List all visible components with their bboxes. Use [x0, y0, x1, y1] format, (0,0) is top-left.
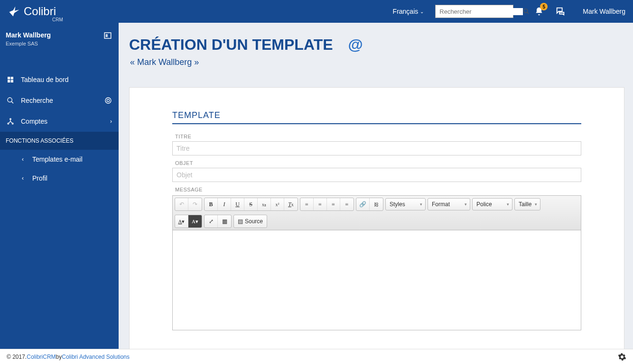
- rich-text-editor: ↶ ↷ B I U S x₂ x² Tx ≡ ≡: [172, 195, 581, 330]
- label-message: MESSAGE: [175, 187, 581, 192]
- label-objet: OBJET: [175, 160, 581, 166]
- topbar: Colibri CRM Français ⌄ 5 Mark Wallberg: [0, 0, 633, 23]
- strikethrough-button[interactable]: S: [244, 198, 258, 210]
- label-titre: TITRE: [175, 134, 581, 139]
- svg-point-10: [105, 98, 111, 103]
- network-icon: [7, 118, 14, 125]
- footer-link-colibricrm[interactable]: ColibriCRM: [27, 354, 56, 360]
- chevron-down-icon: ⌄: [420, 9, 424, 14]
- dashboard-icon: [7, 76, 14, 83]
- svg-point-11: [107, 99, 109, 101]
- search-icon: [523, 8, 530, 15]
- main-content: CRÉATION D'UN TEMPLATE @ « Mark Wallberg…: [119, 23, 633, 349]
- sub-item-label: Profil: [32, 174, 47, 182]
- sidebar-user-name: Mark Wallberg: [6, 31, 113, 39]
- editor-toolbar: ↶ ↷ B I U S x₂ x² Tx ≡ ≡: [173, 196, 581, 230]
- language-selector[interactable]: Français ⌄: [393, 8, 424, 15]
- brand-text: Colibri: [24, 5, 56, 18]
- bold-button[interactable]: B: [205, 198, 218, 210]
- svg-rect-5: [11, 77, 13, 79]
- notifications-button[interactable]: 5: [534, 7, 544, 16]
- unlink-button[interactable]: ⛓: [370, 198, 383, 210]
- svg-rect-6: [8, 80, 10, 82]
- svg-point-8: [8, 98, 12, 102]
- link-button[interactable]: 🔗: [356, 198, 370, 210]
- undo-button[interactable]: ↶: [175, 198, 188, 210]
- notification-badge: 5: [540, 3, 548, 10]
- text-color-button[interactable]: A▾: [175, 215, 188, 228]
- svg-rect-4: [8, 77, 10, 79]
- svg-rect-7: [11, 80, 13, 82]
- bg-color-button[interactable]: A▾: [188, 215, 202, 228]
- size-select[interactable]: Taille: [514, 198, 540, 210]
- target-icon: [104, 97, 112, 104]
- footer-copyright: © 2017.: [7, 354, 27, 360]
- nav-dashboard[interactable]: Tableau de bord: [0, 69, 119, 90]
- source-button[interactable]: ▤ Source: [234, 215, 267, 228]
- sidebar-user-block[interactable]: Mark Wallberg Exemple SAS: [0, 23, 119, 55]
- logo[interactable]: Colibri: [8, 5, 56, 18]
- breadcrumb: « Mark Wallberg »: [129, 57, 633, 67]
- settings-button[interactable]: [618, 353, 626, 361]
- sub-profile[interactable]: ‹ Profil: [0, 169, 119, 188]
- svg-rect-2: [104, 33, 111, 38]
- redo-button[interactable]: ↷: [188, 198, 202, 210]
- brand-subtext: CRM: [52, 17, 63, 22]
- footer-by: by: [56, 354, 62, 360]
- editor-body[interactable]: [173, 230, 581, 330]
- align-justify-button[interactable]: ≡: [340, 198, 354, 210]
- chevron-right-icon: ›: [110, 118, 112, 125]
- superscript-button[interactable]: x²: [271, 198, 284, 210]
- top-user-name: Mark Wallberg: [583, 8, 625, 15]
- maximize-button[interactable]: ⤢: [205, 215, 218, 228]
- nav-accounts[interactable]: Comptes ›: [0, 111, 119, 132]
- nav-label: Recherche: [21, 97, 53, 104]
- footer: © 2017. ColibriCRM by Colibri Advanced S…: [0, 349, 633, 364]
- underline-button[interactable]: U: [231, 198, 244, 210]
- align-center-button[interactable]: ≡: [314, 198, 327, 210]
- sidebar: Mark Wallberg Exemple SAS Tableau de bor…: [0, 23, 119, 349]
- colibri-icon: [8, 5, 21, 18]
- chat-icon: [555, 6, 566, 17]
- show-blocks-button[interactable]: ▦: [218, 215, 231, 228]
- search-button[interactable]: [523, 8, 530, 15]
- chat-button[interactable]: [555, 6, 566, 17]
- search-icon: [7, 97, 14, 104]
- contact-card-icon: [103, 31, 112, 40]
- sidebar-user-company: Exemple SAS: [6, 41, 113, 46]
- input-titre[interactable]: [172, 141, 581, 155]
- svg-point-0: [524, 9, 528, 13]
- align-right-button[interactable]: ≡: [327, 198, 340, 210]
- format-select[interactable]: Format: [428, 198, 470, 210]
- page-header: CRÉATION D'UN TEMPLATE @ « Mark Wallberg…: [119, 23, 633, 67]
- nav-label: Comptes: [21, 118, 47, 125]
- nav-label: Tableau de bord: [21, 76, 68, 83]
- svg-line-9: [11, 101, 13, 103]
- form-card: TEMPLATE TITRE OBJET MESSAGE ↶ ↷ B I U S: [129, 87, 624, 349]
- search-input[interactable]: [436, 8, 523, 15]
- search-box: [435, 5, 513, 18]
- footer-link-cas[interactable]: Colibri Advanced Solutions: [62, 354, 130, 360]
- remove-format-button[interactable]: Tx: [284, 198, 298, 210]
- italic-button[interactable]: I: [218, 198, 231, 210]
- language-label: Français: [393, 8, 419, 15]
- svg-line-1: [527, 12, 529, 14]
- sub-templates-email[interactable]: ‹ Templates e-mail: [0, 150, 119, 169]
- user-menu[interactable]: Mark Wallberg: [583, 8, 625, 15]
- svg-point-3: [106, 35, 107, 36]
- svg-point-12: [10, 118, 11, 120]
- styles-select[interactable]: Styles: [385, 198, 426, 210]
- gear-icon: [618, 353, 626, 361]
- page-title: CRÉATION D'UN TEMPLATE: [129, 36, 333, 54]
- align-left-button[interactable]: ≡: [300, 198, 314, 210]
- at-icon: @: [348, 36, 363, 54]
- section-title: TEMPLATE: [172, 110, 581, 124]
- font-select[interactable]: Police: [472, 198, 512, 210]
- nav-search[interactable]: Recherche: [0, 90, 119, 111]
- sub-item-label: Templates e-mail: [32, 155, 83, 163]
- input-objet[interactable]: [172, 168, 581, 182]
- sidebar-section-associated: FONCTIONS ASSOCIÉES: [0, 132, 119, 150]
- chevron-left-icon: ‹: [22, 156, 24, 163]
- chevron-left-icon: ‹: [22, 175, 24, 182]
- subscript-button[interactable]: x₂: [258, 198, 271, 210]
